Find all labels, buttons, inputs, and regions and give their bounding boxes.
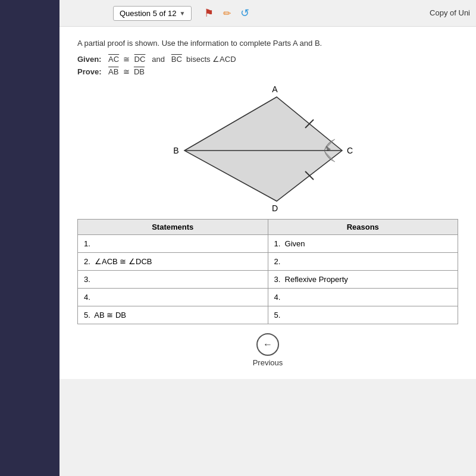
reason-3: 3. Reflexive Property xyxy=(268,271,458,289)
back-arrow-icon: ← xyxy=(263,339,273,350)
given-line: Given: AC ≅ DC and BC bisects ∠ACD xyxy=(77,55,458,64)
reason-5: 5. xyxy=(268,306,458,324)
statement-2: 2. ∠ACB ≅ ∠DCB xyxy=(78,253,268,271)
question-nav-label: Question 5 of 12 xyxy=(120,9,176,18)
statement-4: 4. xyxy=(78,289,268,306)
table-row: 4. 4. xyxy=(78,289,458,306)
label-C: C xyxy=(347,146,353,155)
table-row: 2. ∠ACB ≅ ∠DCB 2. xyxy=(78,253,458,271)
reason-1: 1. Given xyxy=(268,235,458,253)
prove-content: AB ≅ DB xyxy=(108,67,145,76)
top-bar: Question 5 of 12 ▼ ⚑ ✏ ↺ Copy of Uni xyxy=(60,0,476,27)
label-D: D xyxy=(272,203,278,213)
figure-container: A B C D xyxy=(77,85,458,216)
main-content: Question 5 of 12 ▼ ⚑ ✏ ↺ Copy of Uni A p… xyxy=(60,0,476,476)
reason-2: 2. xyxy=(268,253,458,271)
previous-button[interactable]: ← xyxy=(256,333,279,356)
svg-marker-0 xyxy=(184,97,342,201)
col-header-reasons: Reasons xyxy=(268,220,458,235)
label-B: B xyxy=(173,146,178,155)
label-A: A xyxy=(272,85,278,94)
statement-3: 3. xyxy=(78,271,268,289)
question-nav: Question 5 of 12 ▼ ⚑ ✏ ↺ xyxy=(113,6,251,21)
bottom-nav: ← Previous xyxy=(77,333,458,367)
given-label: Given: xyxy=(77,55,101,64)
table-row: 3. 3. Reflexive Property xyxy=(78,271,458,289)
proof-table: Statements Reasons 1. 1. Given 2. ∠ACB ≅… xyxy=(77,219,458,324)
prove-label: Prove: xyxy=(77,67,101,76)
chevron-down-icon: ▼ xyxy=(179,10,185,17)
geometry-figure: A B C D xyxy=(167,85,369,216)
toolbar-icons: ⚑ ✏ ↺ xyxy=(202,7,251,20)
refresh-icon[interactable]: ↺ xyxy=(238,7,251,20)
reason-4: 4. xyxy=(268,289,458,306)
problem-intro: A partial proof is shown. Use the inform… xyxy=(77,39,458,48)
table-row: 5. AB ≅ DB 5. xyxy=(78,306,458,324)
table-row: 1. 1. Given xyxy=(78,235,458,253)
prove-line: Prove: AB ≅ DB xyxy=(77,67,458,76)
given-content: AC ≅ DC and BC bisects ∠ACD xyxy=(108,55,236,64)
copy-of-uni-label: Copy of Uni xyxy=(424,0,476,26)
statement-5: 5. AB ≅ DB xyxy=(78,306,268,324)
left-sidebar xyxy=(0,0,60,476)
statement-1: 1. xyxy=(78,235,268,253)
content-area: A partial proof is shown. Use the inform… xyxy=(60,27,476,379)
question-dropdown[interactable]: Question 5 of 12 ▼ xyxy=(113,6,192,21)
pencil-icon[interactable]: ✏ xyxy=(220,7,233,20)
col-header-statements: Statements xyxy=(78,220,268,235)
previous-label: Previous xyxy=(253,358,283,367)
flag-icon[interactable]: ⚑ xyxy=(202,7,215,20)
